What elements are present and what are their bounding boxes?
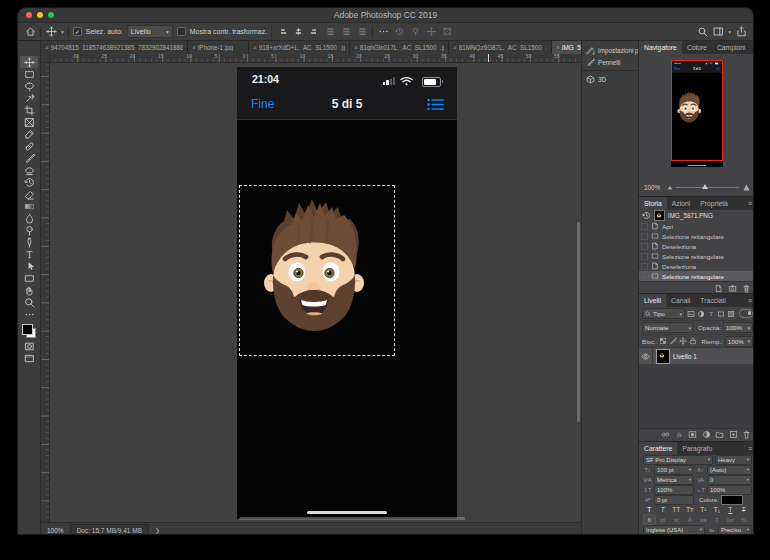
quick-mask-mode-button[interactable] xyxy=(20,340,38,352)
layer-name[interactable]: Livello 1 xyxy=(673,353,697,360)
3d-mode-rotate-icon[interactable] xyxy=(393,26,405,38)
new-adjustment-layer-icon[interactable] xyxy=(702,430,711,439)
new-layer-icon[interactable] xyxy=(729,430,738,439)
vertical-scale-field[interactable]: 100% xyxy=(654,485,694,495)
new-snapshot-camera-icon[interactable] xyxy=(728,284,737,293)
wand-tool[interactable] xyxy=(20,92,38,104)
3d-mode-scale-icon[interactable] xyxy=(441,26,453,38)
status-options-chevron-icon[interactable]: ❯ xyxy=(155,527,160,534)
close-tab-icon[interactable]: × xyxy=(45,44,49,51)
tab-azioni[interactable]: Azioni xyxy=(667,197,696,210)
document-tab[interactable]: ×94704815_118574638921385_78329028418863… xyxy=(41,41,188,54)
delete-layer-trash-icon[interactable] xyxy=(742,430,751,439)
history-state[interactable]: Selezione rettangolare xyxy=(639,251,753,261)
horizontal-ruler[interactable]: 302520151050510152025303540455055 xyxy=(49,54,581,63)
marquee-tool[interactable] xyxy=(20,68,38,80)
antialias-dropdown[interactable]: Preciso▾ xyxy=(718,525,752,534)
distribute-top-icon[interactable] xyxy=(324,26,336,38)
move-tool-preset-icon[interactable] xyxy=(45,26,57,38)
history-snapshot-row[interactable]: IMG_5871.PNG xyxy=(639,210,753,221)
history-brush-tool[interactable] xyxy=(20,176,38,188)
document-tab[interactable]: ×81MNQz6G87L._AC_SL1500_.jpg xyxy=(449,41,552,54)
filter-adjustment-layers-icon[interactable] xyxy=(697,310,705,318)
blend-mode-dropdown[interactable]: Normale▾ xyxy=(642,322,694,333)
history-source-checkbox[interactable] xyxy=(641,273,648,280)
filter-smart-objects-icon[interactable] xyxy=(727,310,735,318)
vertical-ruler[interactable] xyxy=(41,62,50,522)
add-layer-mask-icon[interactable] xyxy=(688,430,697,439)
baseline-shift-field[interactable]: 0 pt xyxy=(654,495,694,505)
lock-pixels-icon[interactable] xyxy=(669,337,677,345)
pen-tool[interactable] xyxy=(20,236,38,248)
eyedropper-tool[interactable] xyxy=(20,128,38,140)
document-tab[interactable]: ×iPhone-1.jpg xyxy=(188,41,249,54)
panel-menu-icon[interactable]: ≡ xyxy=(744,294,753,307)
auto-select-target-dropdown[interactable]: Livello ▾ xyxy=(127,25,173,38)
layer-visibility-eye-icon[interactable] xyxy=(639,348,653,364)
layer-filter-type-dropdown[interactable]: Tipo ▾ xyxy=(642,308,685,319)
tab-storia[interactable]: Storia xyxy=(639,197,667,210)
tab-canali[interactable]: Canali xyxy=(666,294,695,307)
distribute-bottom-icon[interactable] xyxy=(356,26,368,38)
history-state[interactable]: Deseleziona xyxy=(639,261,753,271)
history-source-checkbox[interactable] xyxy=(641,263,648,270)
gradient-tool[interactable] xyxy=(20,200,38,212)
foreground-background-swatches[interactable] xyxy=(22,324,36,338)
font-style-dropdown[interactable]: Heavy▾ xyxy=(715,455,752,465)
opentype-button[interactable]: fi xyxy=(643,514,656,525)
navigator-preview[interactable]: 21:04 Fine 5 di 5 xyxy=(671,60,723,167)
language-dropdown[interactable]: Inglese (USA)▾ xyxy=(643,525,705,534)
opentype-button[interactable]: A xyxy=(684,514,697,525)
lock-position-icon[interactable] xyxy=(679,337,687,345)
more-options-icon[interactable] xyxy=(377,26,389,38)
lock-all-icon[interactable] xyxy=(689,337,697,345)
canvas-pasteboard[interactable]: 21:04 Fine 5 di 5 xyxy=(49,62,581,522)
hand-tool[interactable] xyxy=(20,284,38,296)
layer-thumbnail[interactable] xyxy=(656,349,670,364)
close-tab-icon[interactable]: × xyxy=(253,44,257,51)
healing-tool[interactable] xyxy=(20,140,38,152)
link-layers-icon[interactable] xyxy=(661,430,670,439)
history-source-checkbox[interactable] xyxy=(641,233,648,240)
tab-colore[interactable]: Colore xyxy=(682,41,712,54)
search-icon[interactable] xyxy=(696,26,708,38)
fill-field[interactable]: 100%▾ xyxy=(725,336,753,347)
opentype-button[interactable]: aa xyxy=(697,514,710,525)
zoom-tool-tool[interactable] xyxy=(20,296,38,308)
foreground-color-swatch[interactable] xyxy=(22,324,33,335)
history-state[interactable]: Selezione rettangolare xyxy=(639,231,753,241)
dodge-tool[interactable] xyxy=(20,224,38,236)
history-source-checkbox[interactable] xyxy=(641,223,648,230)
workspace-switcher-icon[interactable] xyxy=(712,26,724,38)
horizontal-scale-field[interactable]: 100% xyxy=(707,485,752,495)
auto-select-checkbox[interactable]: ✓ xyxy=(73,27,82,36)
3d-mode-roll-icon[interactable] xyxy=(409,26,421,38)
shape-tool[interactable] xyxy=(20,272,38,284)
path-select-tool[interactable] xyxy=(20,260,38,272)
opentype-button[interactable]: T xyxy=(711,514,724,525)
selection-marquee[interactable] xyxy=(239,185,395,356)
tab-campioni[interactable]: Campioni xyxy=(712,41,751,54)
zoom-slider-thumb[interactable] xyxy=(702,184,708,189)
opentype-button[interactable]: ½ xyxy=(738,514,751,525)
leading-field[interactable]: (Auto)▾ xyxy=(707,465,752,475)
dock-item-tool-presets[interactable]: Impostazioni p... xyxy=(582,44,638,56)
tab-tracciati[interactable]: Tracciati xyxy=(695,294,730,307)
document-tab[interactable]: ×918+xrXdD+L._AC_SL1500_.jpg xyxy=(249,41,350,54)
text-color-swatch[interactable] xyxy=(721,495,743,505)
show-transform-controls-checkbox[interactable] xyxy=(177,27,186,36)
navigator-zoom-value[interactable]: 100% xyxy=(644,184,664,191)
opacity-field[interactable]: 100%▾ xyxy=(723,322,753,333)
dock-item-brushes[interactable]: Pennelli xyxy=(582,56,638,68)
more-tool[interactable] xyxy=(20,308,38,320)
opentype-button[interactable]: 1st xyxy=(724,514,737,525)
document-tab-active[interactable]: ×IMG_5871.PNG @ 100% (Livello 1, RGB/8) xyxy=(552,41,581,54)
new-document-from-state-icon[interactable] xyxy=(714,284,723,293)
lasso-tool[interactable] xyxy=(20,80,38,92)
layer-row-livello-1[interactable]: Livello 1 xyxy=(639,348,753,364)
document-size-info[interactable]: Doc: 15,7 MB/9,41 MB xyxy=(70,524,149,534)
kerning-field[interactable]: Metrica▾ xyxy=(654,475,694,485)
horizontal-scrollbar[interactable] xyxy=(239,517,465,520)
new-group-folder-icon[interactable] xyxy=(715,430,724,439)
frame-tool[interactable] xyxy=(20,116,38,128)
